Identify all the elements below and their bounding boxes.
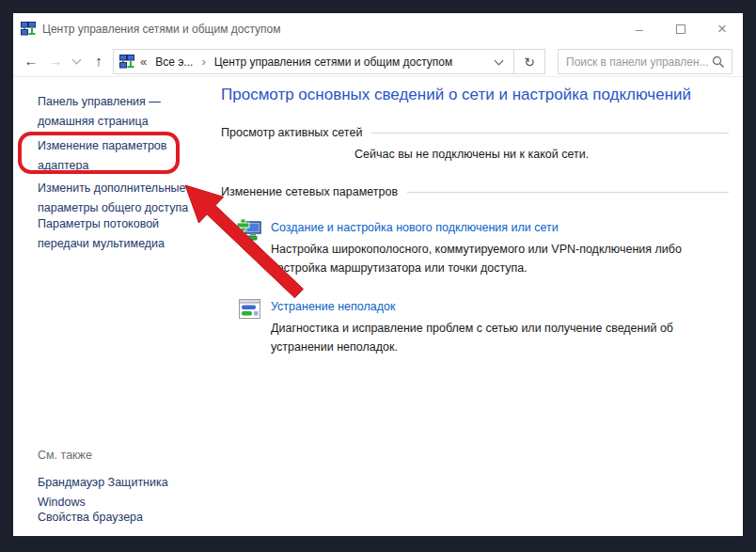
sidebar-item-change-adapter-settings[interactable]: Изменение параметров адаптера (38, 136, 190, 176)
back-button[interactable]: ← (20, 53, 42, 69)
new-connection-description: Настройка широкополосного, коммутируемог… (271, 240, 690, 277)
app-window: Центр управления сетями и общим доступом… (13, 13, 743, 536)
search-icon[interactable] (712, 55, 725, 69)
refresh-button[interactable]: ↻ (514, 50, 544, 73)
section-active-networks: Просмотр активных сетей (221, 126, 729, 139)
sidebar-item-internet-options[interactable]: Свойства браузера (38, 508, 190, 528)
breadcrumb-item-root[interactable]: Все э... (153, 53, 195, 71)
section-heading: Просмотр активных сетей (221, 126, 362, 139)
breadcrumb-item-current[interactable]: Центр управления сетями и общим доступом (213, 53, 455, 71)
see-also-heading: См. также (38, 449, 92, 462)
title-bar: Центр управления сетями и общим доступом… (13, 13, 743, 45)
minimize-icon: – (636, 22, 643, 37)
breadcrumb-collapse[interactable]: « (140, 55, 147, 69)
sidebar-item-media-streaming-options[interactable]: Параметры потоковой передачи мультимедиа (38, 214, 190, 254)
section-change-network-settings: Изменение сетевых параметров (221, 185, 729, 198)
window-controls: – × (619, 13, 743, 45)
task-new-connection: Создание и настройка нового подключения … (221, 218, 729, 277)
sidebar-item-advanced-sharing-settings[interactable]: Изменить дополнительные параметры общего… (38, 179, 190, 218)
screenshot-frame: Центр управления сетями и общим доступом… (0, 0, 756, 552)
up-button[interactable]: ↑ (87, 53, 110, 69)
maximize-button[interactable] (660, 13, 701, 45)
navigation-toolbar: ← → ↑ « Все э... › Центр управления сетя… (13, 45, 743, 77)
minimize-button[interactable]: – (619, 13, 660, 45)
troubleshoot-description: Диагностика и исправление проблем с сеть… (271, 319, 729, 356)
address-bar[interactable]: « Все э... › Центр управления сетями и о… (113, 49, 545, 74)
breadcrumb-separator-icon[interactable]: › (201, 55, 205, 69)
task-troubleshoot: Устранение неполадок Диагностика и испра… (221, 297, 729, 356)
new-connection-link[interactable]: Создание и настройка нового подключения … (271, 221, 559, 234)
network-icon (119, 55, 134, 70)
new-connection-icon (237, 218, 262, 244)
troubleshoot-link[interactable]: Устранение неполадок (271, 300, 395, 313)
page-title: Просмотр основных сведений о сети и наст… (221, 85, 729, 105)
close-button[interactable]: × (701, 13, 743, 45)
sidebar-item-windows-defender-firewall[interactable]: Брандмауэр Защитника Windows (38, 473, 190, 513)
divider (407, 192, 729, 193)
troubleshoot-icon (237, 297, 262, 323)
maximize-icon (676, 24, 685, 34)
chevron-down-icon (71, 55, 81, 64)
search-input[interactable] (559, 55, 712, 69)
network-icon (21, 22, 36, 37)
address-dropdown-button[interactable] (487, 60, 510, 64)
sidebar-item-control-panel-home[interactable]: Панель управления — домашняя страница (38, 92, 190, 132)
network-status-text: Сейчас вы не подключены ни к какой сети. (354, 148, 729, 161)
close-icon: × (717, 20, 727, 39)
divider (371, 133, 729, 134)
chevron-down-icon (494, 55, 503, 65)
forward-button[interactable]: → (44, 53, 67, 69)
recent-pages-dropdown[interactable] (69, 59, 84, 63)
window-title: Центр управления сетями и общим доступом (42, 23, 281, 36)
section-heading: Изменение сетевых параметров (221, 185, 398, 198)
main-content: Просмотр основных сведений о сети и наст… (221, 85, 729, 356)
search-box (558, 49, 732, 74)
